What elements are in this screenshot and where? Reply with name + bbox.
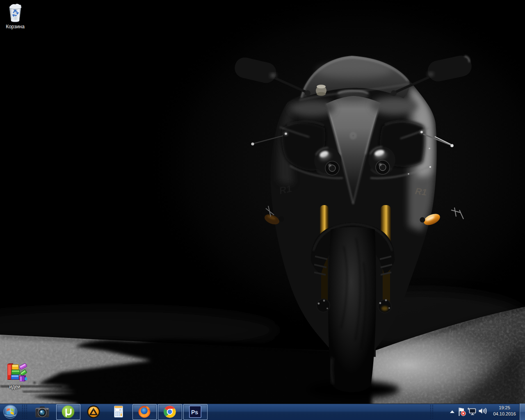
- svg-text:R1: R1: [415, 186, 427, 198]
- svg-text:Ps: Ps: [191, 409, 198, 415]
- svg-text:8: 8: [119, 409, 121, 411]
